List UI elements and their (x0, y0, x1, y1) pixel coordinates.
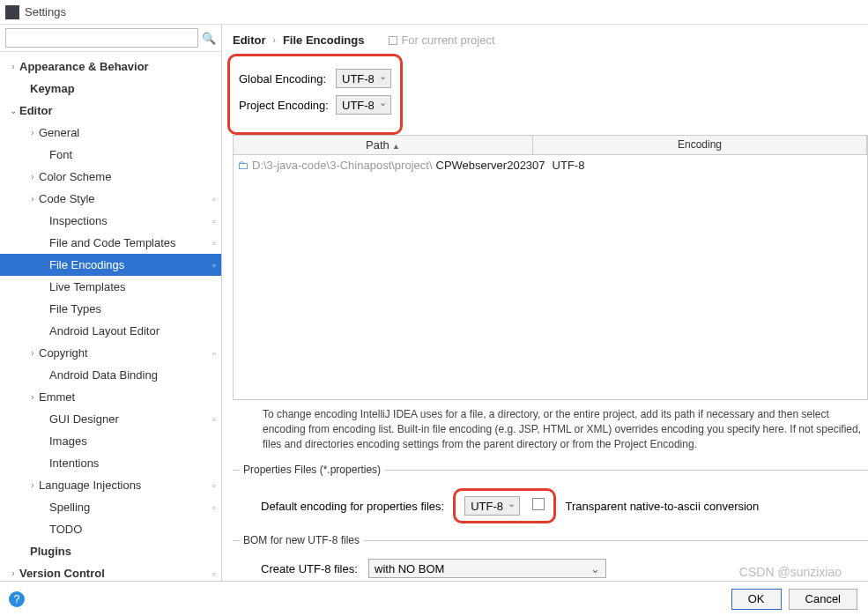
app-icon (5, 5, 19, 19)
chevron-icon: ⌄ (7, 106, 19, 115)
project-scope-indicator-icon: ▫ (209, 479, 216, 492)
project-scope-indicator-icon: ▫ (209, 413, 216, 426)
sidebar-item-intentions[interactable]: Intentions (0, 452, 221, 474)
title-bar: Settings (0, 0, 868, 25)
sidebar-item-images[interactable]: Images (0, 430, 221, 452)
sidebar-item-label: File Encodings (49, 258, 209, 271)
watermark: CSDN @sunzixiao (739, 565, 842, 579)
search-input[interactable] (5, 28, 198, 48)
sidebar-item-label: Color Scheme (39, 170, 216, 183)
sidebar-item-label: File and Code Templates (49, 236, 209, 249)
bom-combo[interactable]: with NO BOM (368, 559, 606, 578)
chevron-icon: › (26, 480, 39, 490)
sidebar-item-label: TODO (49, 523, 216, 536)
sidebar-item-label: Emmet (39, 390, 216, 404)
sidebar-item-label: Version Control (19, 567, 209, 580)
project-scope-indicator-icon: ▫ (209, 193, 216, 205)
folder-icon: 🗀 (237, 159, 249, 172)
path-prefix: D:\3-java-code\3-Chinapost\project\ (252, 159, 433, 172)
path-name: CPWebserver202307 (436, 159, 545, 172)
project-scope-indicator-icon: ▫ (209, 501, 216, 514)
sidebar: 🔍 ›Appearance & BehaviorKeymap⌄Editor›Ge… (0, 25, 222, 581)
cancel-button[interactable]: Cancel (789, 589, 857, 610)
sidebar-item-label: Intentions (49, 456, 216, 470)
sidebar-item-file-encodings[interactable]: File Encodings▫ (0, 254, 221, 276)
sidebar-item-file-and-code-templates[interactable]: File and Code Templates▫ (0, 232, 221, 254)
sidebar-item-android-layout-editor[interactable]: Android Layout Editor (0, 320, 221, 342)
sidebar-item-label: Spelling (49, 501, 209, 514)
sidebar-item-inspections[interactable]: Inspections▫ (0, 210, 221, 232)
sidebar-item-android-data-binding[interactable]: Android Data Binding (0, 364, 221, 386)
sidebar-item-keymap[interactable]: Keymap (0, 78, 221, 100)
project-scope-indicator-icon: ▫ (209, 237, 216, 249)
sidebar-item-label: Live Templates (49, 280, 216, 293)
chevron-icon: › (26, 172, 39, 182)
sidebar-item-emmet[interactable]: ›Emmet (0, 386, 221, 408)
sidebar-item-language-injections[interactable]: ›Language Injections▫ (0, 474, 221, 496)
global-encoding-combo[interactable]: UTF-8 (336, 69, 391, 88)
sidebar-item-file-types[interactable]: File Types (0, 298, 221, 320)
chevron-right-icon: › (273, 35, 276, 45)
project-scope-indicator-icon: ▫ (209, 568, 216, 580)
current-project-hint: For current project (389, 33, 494, 47)
search-icon[interactable]: 🔍 (202, 32, 216, 45)
search-row: 🔍 (0, 25, 221, 52)
sidebar-item-label: Images (49, 434, 216, 448)
col-path[interactable]: Path ▲ (234, 136, 533, 154)
properties-fieldset: Properties Files (*.properties) Default … (233, 464, 868, 531)
help-icon[interactable]: ? (9, 591, 25, 607)
sort-asc-icon: ▲ (392, 142, 400, 151)
highlight-encoding-box: Global Encoding: UTF-8 Project Encoding:… (227, 54, 403, 135)
sidebar-item-label: Language Injections (39, 479, 209, 492)
global-encoding-label: Global Encoding: (239, 72, 336, 85)
sidebar-item-font[interactable]: Font (0, 144, 221, 166)
chevron-icon: › (26, 194, 39, 204)
sidebar-item-live-templates[interactable]: Live Templates (0, 276, 221, 298)
sidebar-item-gui-designer[interactable]: GUI Designer▫ (0, 408, 221, 430)
project-scope-icon (389, 36, 397, 45)
sidebar-item-label: Font (49, 148, 216, 161)
project-scope-indicator-icon: ▫ (209, 215, 216, 227)
sidebar-item-appearance-behavior[interactable]: ›Appearance & Behavior (0, 56, 221, 78)
sidebar-item-todo[interactable]: TODO (0, 518, 221, 540)
project-encoding-label: Project Encoding: (239, 99, 336, 112)
sidebar-item-label: General (39, 126, 216, 139)
project-scope-indicator-icon: ▫ (209, 259, 216, 271)
row-encoding: UTF-8 (553, 159, 585, 172)
sidebar-item-plugins[interactable]: Plugins (0, 540, 221, 562)
sidebar-item-version-control[interactable]: ›Version Control▫ (0, 562, 221, 581)
sidebar-item-code-style[interactable]: ›Code Style▫ (0, 188, 221, 210)
settings-tree: ›Appearance & BehaviorKeymap⌄Editor›Gene… (0, 52, 221, 581)
sidebar-item-label: Editor (19, 104, 216, 117)
sidebar-item-general[interactable]: ›General (0, 122, 221, 144)
col-encoding[interactable]: Encoding (533, 136, 867, 154)
breadcrumb: Editor › File Encodings For current proj… (233, 33, 868, 54)
ok-button[interactable]: OK (731, 589, 782, 610)
properties-encoding-label: Default encoding for properties files: (261, 500, 444, 513)
sidebar-item-copyright[interactable]: ›Copyright▫ (0, 342, 221, 364)
sidebar-item-spelling[interactable]: Spelling▫ (0, 496, 221, 518)
native-to-ascii-checkbox[interactable] (532, 498, 545, 510)
sidebar-item-label: Plugins (30, 545, 216, 558)
main-panel: Editor › File Encodings For current proj… (222, 25, 868, 581)
sidebar-item-label: Keymap (30, 82, 216, 95)
breadcrumb-current: File Encodings (283, 33, 364, 47)
sidebar-item-editor[interactable]: ⌄Editor (0, 100, 221, 122)
sidebar-item-color-scheme[interactable]: ›Color Scheme (0, 166, 221, 188)
bom-label: Create UTF-8 files: (261, 562, 360, 575)
chevron-icon: › (26, 392, 39, 402)
breadcrumb-root[interactable]: Editor (233, 33, 266, 47)
chevron-icon: › (26, 128, 39, 137)
sidebar-item-label: GUI Designer (49, 412, 209, 426)
sidebar-item-label: Appearance & Behavior (19, 60, 216, 73)
project-scope-indicator-icon: ▫ (209, 347, 216, 360)
highlight-properties-box: UTF-8 (453, 488, 556, 523)
table-row[interactable]: 🗀 D:\3-java-code\3-Chinapost\project\CPW… (237, 159, 864, 172)
native-to-ascii-label: Transparent native-to-ascii conversion (565, 500, 759, 513)
chevron-icon: › (26, 348, 39, 358)
encoding-table-body[interactable]: 🗀 D:\3-java-code\3-Chinapost\project\CPW… (233, 155, 868, 400)
project-encoding-combo[interactable]: UTF-8 (336, 95, 391, 115)
encoding-table-header: Path ▲ Encoding (233, 135, 868, 155)
window-title: Settings (25, 5, 66, 19)
properties-encoding-combo[interactable]: UTF-8 (464, 496, 520, 516)
